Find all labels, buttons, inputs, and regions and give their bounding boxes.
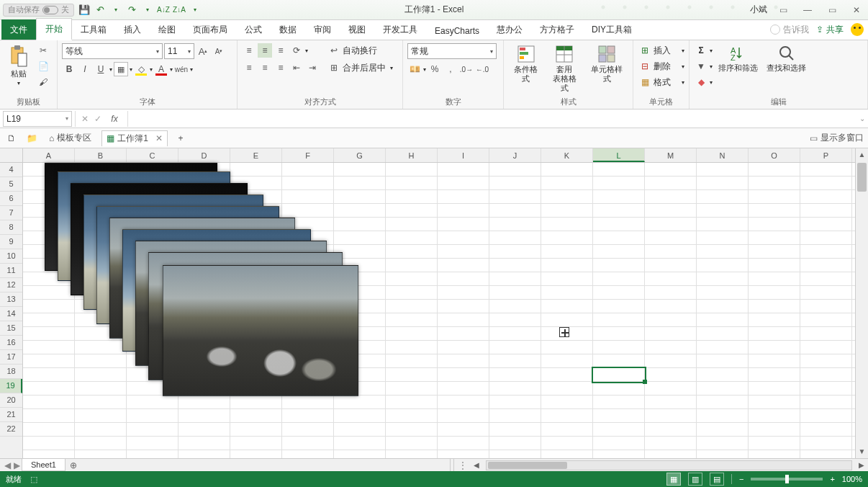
restore-button[interactable]: ▭ <box>823 3 841 17</box>
formula-input[interactable] <box>128 111 856 127</box>
tell-me-search[interactable]: 告诉我 <box>770 24 809 36</box>
row-header-18[interactable]: 18 <box>0 365 22 379</box>
cells-area[interactable] <box>23 163 855 458</box>
autosum-dropdown[interactable]: ▾ <box>710 48 713 54</box>
row-header-7[interactable]: 7 <box>0 206 22 220</box>
format-cells-button[interactable]: ▦格式▾ <box>638 75 684 89</box>
feedback-icon[interactable] <box>851 23 864 36</box>
borders-button[interactable]: ▦ <box>114 62 128 76</box>
align-bottom-button[interactable]: ≡ <box>273 43 288 58</box>
row-header-10[interactable]: 10 <box>0 249 22 264</box>
increase-decimal-button[interactable]: .0→ <box>459 62 474 76</box>
align-top-button[interactable]: ≡ <box>242 43 256 58</box>
find-select-button[interactable]: 查找和选择 <box>764 43 809 95</box>
font-name-combo[interactable]: 等线▾ <box>62 43 163 59</box>
row-header-8[interactable]: 8 <box>0 220 22 235</box>
font-color-button[interactable]: A <box>154 62 168 76</box>
tab-formula[interactable]: 公式 <box>236 19 271 40</box>
insert-dropdown[interactable]: ▾ <box>682 48 684 54</box>
normal-view-button[interactable]: ▦ <box>666 473 681 486</box>
col-header-I[interactable]: I <box>438 148 489 162</box>
zoom-out-button[interactable]: − <box>739 475 743 483</box>
undo-icon[interactable]: ↶ <box>94 4 106 16</box>
hscroll-right-arrow[interactable]: ▶ <box>855 461 868 469</box>
workbook-tab[interactable]: ▦ 工作簿1 ✕ <box>101 130 168 146</box>
col-header-L[interactable]: L <box>593 148 645 162</box>
qat-customize[interactable]: ▾ <box>189 4 201 16</box>
minimize-button[interactable]: — <box>799 3 816 17</box>
underline-button[interactable]: U <box>94 62 108 76</box>
delete-cells-button[interactable]: ⊟删除▾ <box>638 59 684 73</box>
row-header-15[interactable]: 15 <box>0 321 22 336</box>
format-table-button[interactable]: 套用 表格格式 <box>547 43 583 95</box>
active-cell-outline[interactable] <box>593 368 645 382</box>
paste-dropdown[interactable]: ▾ <box>17 80 20 86</box>
tab-review[interactable]: 审阅 <box>305 19 340 40</box>
fill-color-button[interactable]: ◇ <box>134 62 148 76</box>
col-header-M[interactable]: M <box>645 148 697 162</box>
fill-color-dropdown[interactable]: ▾ <box>150 66 153 73</box>
row-header-4[interactable]: 4 <box>0 163 22 177</box>
paste-button[interactable]: 粘贴 ▾ <box>4 43 33 95</box>
grow-font-button[interactable]: A▴ <box>196 44 210 58</box>
redo-dropdown[interactable]: ▾ <box>142 4 153 16</box>
autosum-button[interactable] <box>694 43 708 58</box>
scroll-down-arrow[interactable]: ▼ <box>856 445 868 458</box>
align-middle-button[interactable]: ≡ <box>258 43 272 58</box>
copy-button[interactable]: 📄 <box>36 59 50 73</box>
tab-file[interactable]: 文件 <box>1 19 36 40</box>
row-header-21[interactable]: 21 <box>0 408 22 422</box>
hscroll-splitter[interactable] <box>450 459 454 471</box>
col-header-J[interactable]: J <box>489 148 541 162</box>
wrap-text-button[interactable]: ↩自动换行 <box>327 43 393 58</box>
conditional-format-button[interactable]: 条件格式 <box>508 43 544 95</box>
number-format-combo[interactable]: 常规▾ <box>407 43 497 59</box>
tab-data[interactable]: 数据 <box>271 19 305 40</box>
row-header-5[interactable]: 5 <box>0 177 22 192</box>
share-button[interactable]: ⇪ 共享 <box>816 24 844 36</box>
tab-diy[interactable]: DIY工具箱 <box>583 19 641 40</box>
tab-draw[interactable]: 绘图 <box>150 19 184 40</box>
row-header-13[interactable]: 13 <box>0 292 22 307</box>
autosave-switch[interactable] <box>42 6 58 14</box>
zoom-in-button[interactable]: + <box>830 475 834 483</box>
sheet-tab-sheet1[interactable]: Sheet1 <box>22 459 65 471</box>
add-sheet-button[interactable]: ⊕ <box>67 459 80 472</box>
template-area-tab[interactable]: ⌂模板专区 <box>45 130 96 146</box>
tab-insert[interactable]: 插入 <box>115 19 150 40</box>
decrease-decimal-button[interactable]: ←.0 <box>475 62 489 76</box>
tab-fgz[interactable]: 方方格子 <box>531 19 583 40</box>
decrease-indent-button[interactable]: ⇤ <box>289 61 304 75</box>
row-header-11[interactable]: 11 <box>0 264 22 278</box>
percent-button[interactable]: % <box>428 62 442 76</box>
col-header-H[interactable]: H <box>386 148 438 162</box>
align-left-button[interactable]: ≡ <box>242 61 256 75</box>
merge-dropdown[interactable]: ▾ <box>390 65 393 71</box>
col-header-K[interactable]: K <box>541 148 593 162</box>
col-header-N[interactable]: N <box>697 148 749 162</box>
tab-view[interactable]: 视图 <box>340 19 374 40</box>
multiview-button[interactable]: ▭ 显示多窗口 <box>810 132 864 144</box>
select-all-corner[interactable] <box>0 148 23 163</box>
phonetic-dropdown[interactable]: ▾ <box>190 66 193 73</box>
zoom-slider-thumb[interactable] <box>785 475 789 483</box>
tab-huiban[interactable]: 慧办公 <box>488 19 531 40</box>
row-header-12[interactable]: 12 <box>0 278 22 292</box>
orientation-dropdown[interactable]: ▾ <box>305 48 308 54</box>
row-header-6[interactable]: 6 <box>0 192 22 206</box>
vertical-scrollbar[interactable]: ▲ ▼ <box>855 148 868 458</box>
tab-developer[interactable]: 开发工具 <box>374 19 426 40</box>
col-header-E[interactable]: E <box>230 148 282 162</box>
tab-layout[interactable]: 页面布局 <box>184 19 236 40</box>
save-icon[interactable]: 💾 <box>78 4 90 16</box>
vscroll-thumb[interactable] <box>857 163 867 192</box>
row-headers[interactable]: 45678910111213141516171819202122 <box>0 163 23 458</box>
ribbon-display-options[interactable]: ▭ <box>774 3 792 17</box>
fill-button[interactable]: ▼ <box>694 59 708 73</box>
accounting-format-button[interactable]: 💴 <box>407 62 422 76</box>
cancel-formula-button[interactable]: ✕ <box>81 114 89 124</box>
accounting-dropdown[interactable]: ▾ <box>423 66 426 73</box>
undo-dropdown[interactable]: ▾ <box>110 4 122 16</box>
expand-formula-bar[interactable]: ⌄ <box>856 115 868 122</box>
tab-toolkit[interactable]: 工具箱 <box>72 19 115 40</box>
